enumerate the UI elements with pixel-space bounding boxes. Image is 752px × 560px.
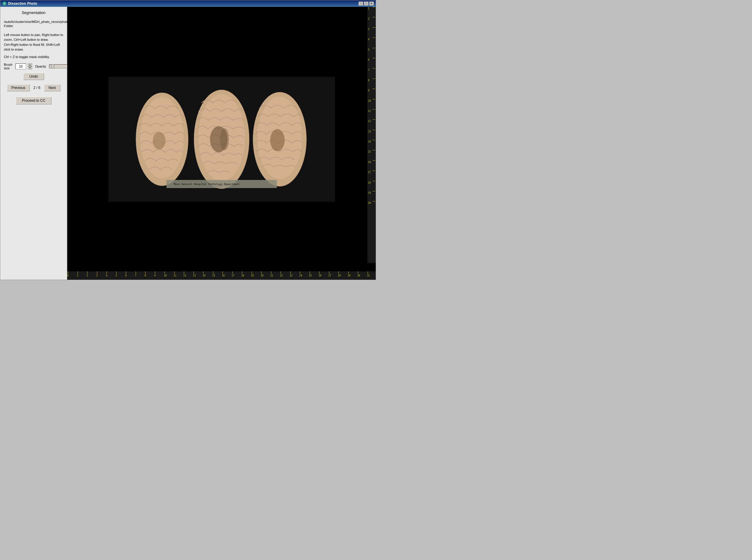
page-indicator: 2 / 6 bbox=[32, 86, 42, 90]
bottom-ruler-label: 17 bbox=[232, 274, 235, 277]
bottom-ruler-label: 27 bbox=[328, 274, 331, 277]
undo-button[interactable]: Undo bbox=[23, 73, 44, 80]
svg-text:⚕: ⚕ bbox=[4, 2, 5, 5]
bottom-ruler-label: 12 bbox=[183, 274, 186, 277]
next-button[interactable]: Next bbox=[44, 84, 60, 91]
bottom-ruler-label: 22 bbox=[280, 274, 283, 277]
bottom-ruler-label: 1 bbox=[77, 274, 79, 277]
bottom-ruler-label: 30 bbox=[357, 274, 360, 277]
svg-point-12 bbox=[270, 129, 285, 151]
titlebar-controls: – □ ✕ bbox=[359, 1, 374, 6]
bottom-ruler-label: 25 bbox=[309, 274, 312, 277]
close-button[interactable]: ✕ bbox=[369, 1, 374, 6]
brain-image-container: Mass General Hospital Pathology Departme… bbox=[67, 7, 376, 272]
bottom-ruler-label: 9 bbox=[155, 274, 156, 277]
bottom-ruler-label: 21 bbox=[270, 274, 273, 277]
image-area[interactable]: Mass General Hospital Pathology Departme… bbox=[67, 7, 376, 272]
bottom-ruler-label: 29 bbox=[348, 274, 351, 277]
previous-button[interactable]: Previous bbox=[7, 84, 30, 91]
svg-text:Mass General Hospital Patholog: Mass General Hospital Pathology Departme… bbox=[174, 183, 240, 186]
right-ruler-tick: 17 bbox=[367, 171, 376, 181]
right-ruler-tick: 3 bbox=[367, 27, 376, 38]
bottom-ruler-label: 4 bbox=[106, 274, 107, 277]
bottom-ruler-label: 24 bbox=[299, 274, 302, 277]
right-ruler-tick: 18 bbox=[367, 181, 376, 191]
shortcut-hint: Ctrl + Z to toggle mask visibility. bbox=[4, 55, 63, 59]
bottom-ruler-label: 2 bbox=[86, 274, 88, 277]
right-ruler-tick: 8 bbox=[367, 79, 376, 89]
right-ruler-tick: 11 bbox=[367, 109, 376, 119]
right-ruler-tick: 10 bbox=[367, 99, 376, 109]
maximize-button[interactable]: □ bbox=[364, 1, 369, 6]
bottom-ruler-label: 7 bbox=[135, 274, 137, 277]
bottom-ruler-label: 10 bbox=[164, 274, 167, 277]
brush-size-label: Brush size bbox=[4, 63, 13, 70]
bottom-ruler-label: 8 bbox=[145, 274, 146, 277]
right-ruler-tick: 20 bbox=[367, 201, 376, 211]
svg-point-9 bbox=[220, 128, 229, 150]
right-ruler-tick: 1 bbox=[367, 7, 376, 17]
brush-spin-up[interactable]: ▲ bbox=[28, 63, 32, 66]
right-ruler-tick: 5 bbox=[367, 48, 376, 58]
bottom-ruler-label: 13 bbox=[193, 274, 196, 277]
bottom-ruler-label: 23 bbox=[290, 274, 293, 277]
right-ruler-tick: 15 bbox=[367, 150, 376, 160]
right-ruler-tick: 14 bbox=[367, 140, 376, 150]
right-vertical-ruler: 1234567891011121314151617181920 bbox=[367, 7, 376, 263]
svg-point-5 bbox=[153, 132, 165, 149]
right-ruler-tick: 2 bbox=[367, 17, 376, 27]
brush-size-input[interactable] bbox=[16, 63, 26, 69]
opacity-slider[interactable] bbox=[49, 64, 70, 68]
app-icon: ⚕ bbox=[2, 1, 7, 6]
bottom-ruler-label: 31 bbox=[367, 274, 370, 277]
window-title: Dissection Photo bbox=[8, 1, 37, 6]
brush-spin-down[interactable]: ▼ bbox=[28, 66, 32, 69]
bottom-ruler-label: 18 bbox=[241, 274, 244, 277]
bottom-ruler-label: 20 bbox=[261, 274, 264, 277]
bottom-ruler-label: 26 bbox=[319, 274, 322, 277]
right-ruler-tick: 16 bbox=[367, 160, 376, 171]
right-ruler-tick: 19 bbox=[367, 191, 376, 201]
right-ruler-tick: 6 bbox=[367, 58, 376, 68]
minimize-button[interactable]: – bbox=[359, 1, 363, 6]
bottom-ruler-label: 16 bbox=[222, 274, 225, 277]
bottom-ruler-label: 5 bbox=[116, 274, 117, 277]
bottom-ruler-label: 14 bbox=[203, 274, 206, 277]
right-ruler-tick: 13 bbox=[367, 130, 376, 140]
bottom-horizontal-ruler: 0123456789101112131415161718192021222324… bbox=[67, 272, 376, 280]
panel-title: Segmentation bbox=[4, 11, 63, 15]
right-ruler-tick: 4 bbox=[367, 38, 376, 47]
nav-row: Previous 2 / 6 Next bbox=[4, 84, 63, 91]
brain-image: Mass General Hospital Pathology Departme… bbox=[106, 77, 338, 202]
left-panel: Segmentation /autofs/cluster/vive/MGH_ph… bbox=[0, 7, 67, 280]
titlebar-left: ⚕ Dissection Photo bbox=[2, 1, 37, 6]
right-ruler-tick: 12 bbox=[367, 119, 376, 129]
main-window: ⚕ Dissection Photo – □ ✕ Segmentation /a… bbox=[0, 0, 376, 280]
bottom-ruler-label: 11 bbox=[174, 274, 177, 277]
brush-spinner: ▲ ▼ bbox=[28, 63, 32, 69]
bottom-ruler-label: 19 bbox=[251, 274, 254, 277]
bottom-ruler-label: 6 bbox=[125, 274, 127, 277]
opacity-label: Opacity bbox=[35, 64, 46, 68]
bottom-ruler-label: 28 bbox=[338, 274, 341, 277]
right-panel: Mass General Hospital Pathology Departme… bbox=[67, 7, 376, 280]
folder-row: /autofs/cluster/vive/MGH_photo_recon/pho… bbox=[4, 20, 63, 28]
proceed-button[interactable]: Proceed to CC bbox=[16, 97, 52, 104]
bottom-ruler-label: 0 bbox=[67, 274, 69, 277]
right-ruler-tick: 7 bbox=[367, 68, 376, 78]
instructions-text: Left mouse button to pan, Right button t… bbox=[4, 33, 63, 52]
right-ruler-tick: 9 bbox=[367, 89, 376, 99]
controls-row: Brush size ▲ ▼ Opacity bbox=[4, 63, 63, 70]
bottom-ruler-label: 15 bbox=[212, 274, 216, 277]
main-content: Segmentation /autofs/cluster/vive/MGH_ph… bbox=[0, 7, 376, 280]
bottom-ruler-label: 3 bbox=[96, 274, 98, 277]
titlebar: ⚕ Dissection Photo – □ ✕ bbox=[0, 0, 376, 7]
